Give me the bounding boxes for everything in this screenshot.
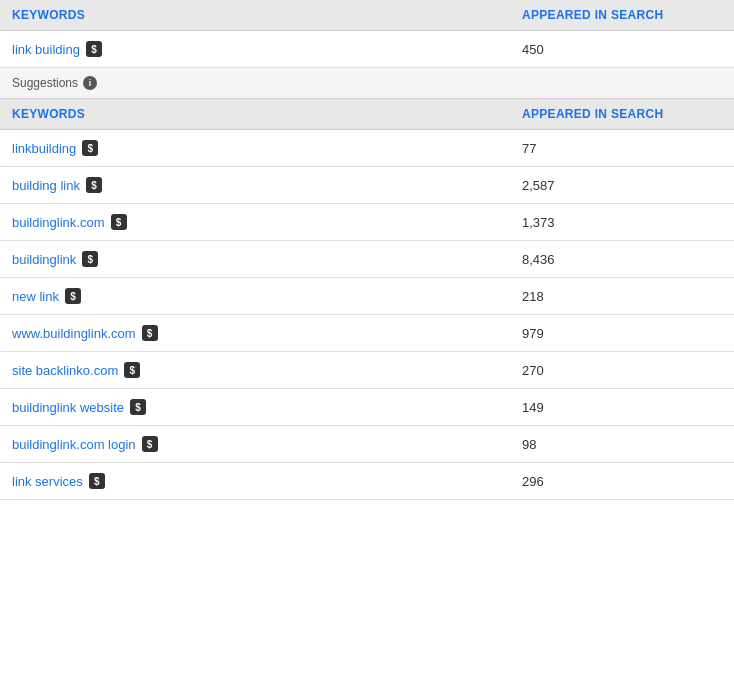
- appeared-cell: 218: [522, 289, 722, 304]
- keyword-link[interactable]: buildinglink website: [12, 400, 124, 415]
- dollar-badge-icon: $: [124, 362, 140, 378]
- appeared-cell: 450: [522, 42, 722, 57]
- main-table-section: KEYWORDS APPEARED IN SEARCH link buildin…: [0, 0, 734, 68]
- keyword-cell: buildinglink.com$: [12, 214, 522, 230]
- suggestions-label: Suggestions: [12, 76, 78, 90]
- dollar-badge-icon: $: [86, 177, 102, 193]
- table-row: buildinglink website$149: [0, 389, 734, 426]
- keyword-link[interactable]: buildinglink.com login: [12, 437, 136, 452]
- suggestions-table-header: KEYWORDS APPEARED IN SEARCH: [0, 99, 734, 130]
- keyword-link[interactable]: buildinglink.com: [12, 215, 105, 230]
- keyword-cell: buildinglink website$: [12, 399, 522, 415]
- keyword-link[interactable]: new link: [12, 289, 59, 304]
- table-row: linkbuilding$77: [0, 130, 734, 167]
- table-row: buildinglink$8,436: [0, 241, 734, 278]
- appeared-cell: 77: [522, 141, 722, 156]
- table-row: building link$2,587: [0, 167, 734, 204]
- appeared-cell: 149: [522, 400, 722, 415]
- dollar-badge-icon: $: [142, 436, 158, 452]
- keyword-cell: www.buildinglink.com$: [12, 325, 522, 341]
- info-icon[interactable]: i: [83, 76, 97, 90]
- table-row: link building $ 450: [0, 31, 734, 68]
- suggestions-rows-container: linkbuilding$77building link$2,587buildi…: [0, 130, 734, 500]
- keyword-link[interactable]: www.buildinglink.com: [12, 326, 136, 341]
- suggestions-table-section: KEYWORDS APPEARED IN SEARCH linkbuilding…: [0, 99, 734, 500]
- appeared-cell: 270: [522, 363, 722, 378]
- appeared-cell: 2,587: [522, 178, 722, 193]
- keyword-link[interactable]: buildinglink: [12, 252, 76, 267]
- keyword-cell: link building $: [12, 41, 522, 57]
- appeared-cell: 8,436: [522, 252, 722, 267]
- table-row: buildinglink.com login$98: [0, 426, 734, 463]
- table-row: www.buildinglink.com$979: [0, 315, 734, 352]
- keyword-link[interactable]: linkbuilding: [12, 141, 76, 156]
- keyword-link[interactable]: link services: [12, 474, 83, 489]
- keyword-link[interactable]: building link: [12, 178, 80, 193]
- main-appeared-header: APPEARED IN SEARCH: [522, 8, 722, 22]
- main-keywords-header: KEYWORDS: [12, 8, 522, 22]
- table-row: new link$218: [0, 278, 734, 315]
- dollar-badge-icon: $: [130, 399, 146, 415]
- dollar-badge-icon: $: [111, 214, 127, 230]
- keyword-link[interactable]: site backlinko.com: [12, 363, 118, 378]
- suggestions-row: Suggestions i: [0, 68, 734, 99]
- keyword-cell: site backlinko.com$: [12, 362, 522, 378]
- suggestions-keywords-header: KEYWORDS: [12, 107, 522, 121]
- table-row: buildinglink.com$1,373: [0, 204, 734, 241]
- keyword-cell: building link$: [12, 177, 522, 193]
- dollar-badge-icon: $: [86, 41, 102, 57]
- table-row: link services$296: [0, 463, 734, 500]
- keyword-cell: buildinglink.com login$: [12, 436, 522, 452]
- dollar-badge-icon: $: [82, 251, 98, 267]
- keyword-link[interactable]: link building: [12, 42, 80, 57]
- main-table-header: KEYWORDS APPEARED IN SEARCH: [0, 0, 734, 31]
- suggestions-appeared-header: APPEARED IN SEARCH: [522, 107, 722, 121]
- appeared-cell: 1,373: [522, 215, 722, 230]
- dollar-badge-icon: $: [142, 325, 158, 341]
- keyword-cell: linkbuilding$: [12, 140, 522, 156]
- dollar-badge-icon: $: [89, 473, 105, 489]
- keyword-cell: new link$: [12, 288, 522, 304]
- appeared-cell: 296: [522, 474, 722, 489]
- keyword-cell: buildinglink$: [12, 251, 522, 267]
- table-row: site backlinko.com$270: [0, 352, 734, 389]
- dollar-badge-icon: $: [65, 288, 81, 304]
- appeared-cell: 979: [522, 326, 722, 341]
- dollar-badge-icon: $: [82, 140, 98, 156]
- appeared-cell: 98: [522, 437, 722, 452]
- keyword-cell: link services$: [12, 473, 522, 489]
